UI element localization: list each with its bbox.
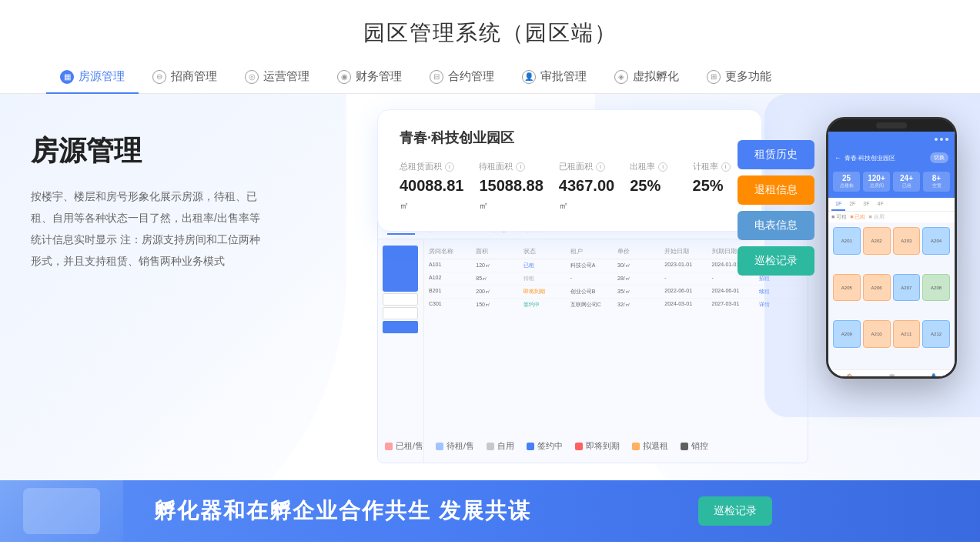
- nav-label-shenpi: 审批管理: [540, 69, 587, 84]
- phone-floor-tabs: 1F 2F 3F 4F: [828, 198, 955, 212]
- phone-room-a207[interactable]: A207: [893, 274, 921, 302]
- nav-item-yunying[interactable]: ◎ 运营管理: [231, 60, 323, 93]
- cell-tenant-1: 科技公司A: [570, 262, 614, 269]
- th-area: 面积: [476, 247, 520, 256]
- nav-icon-fangyan: ▦: [60, 70, 74, 84]
- legend-color-sale: [681, 443, 688, 450]
- cell-room-3: B201: [429, 288, 473, 296]
- cell-start-3: 2022-06-01: [664, 288, 708, 296]
- cell-price-3: 35/㎡: [617, 288, 661, 296]
- nav-label-xunifu: 虚拟孵化: [633, 69, 679, 84]
- info-icon-total-area: i: [445, 162, 454, 172]
- table-row: C301 150㎡ 签约中 互联网公司C 32/㎡ 2024-03-01 202…: [429, 299, 803, 311]
- stat-value-total-area: 40088.81㎡: [400, 177, 463, 212]
- rent-history-button[interactable]: 租赁历史: [738, 140, 814, 169]
- nav-icon-heyue: ⊟: [430, 70, 443, 84]
- legend-wait: 待租/售: [436, 440, 474, 452]
- phone-floor-tab-4[interactable]: 4F: [874, 198, 888, 211]
- info-icon-calc-rate: i: [721, 162, 731, 172]
- floor-white-1: [383, 293, 418, 306]
- cell-price-2: 28/㎡: [617, 275, 661, 282]
- phone-room-a206[interactable]: A206: [863, 274, 891, 302]
- info-icon-wait-area: i: [516, 162, 525, 172]
- quit-info-button[interactable]: 退租信息: [738, 175, 814, 205]
- stat-calc-rate: 计租率 i 25%: [693, 161, 740, 212]
- stat-label-wait-area: 待租面积 i: [479, 161, 543, 172]
- nav-icon-zhaoshang: ⊖: [152, 70, 166, 84]
- legend-color-expiring: [575, 443, 583, 450]
- cell-room-4: C301: [429, 301, 473, 309]
- patrol-record-button[interactable]: 巡检记录: [738, 246, 814, 276]
- phone-room-a212[interactable]: A212: [922, 320, 950, 348]
- cell-room-1: A101: [429, 262, 473, 269]
- phone-room-a205[interactable]: A205: [833, 274, 861, 302]
- cell-end-3: 2024-06-01: [712, 288, 756, 296]
- phone-bottom-nav-house[interactable]: 🏢房源: [871, 373, 913, 379]
- legend-color-rented: [385, 443, 393, 450]
- info-icon-rented-area: i: [596, 162, 605, 172]
- stat-label-total-area: 总租赁面积 i: [400, 161, 463, 172]
- th-price: 单价: [617, 247, 661, 256]
- phone-room-a203[interactable]: A203: [893, 227, 921, 255]
- nav-icon-xunifu: ◈: [614, 70, 628, 84]
- phone-floor-tab-1[interactable]: 1F: [831, 198, 845, 211]
- phone-legend-rented: ■ 已租: [850, 213, 865, 221]
- building-block-mixed: [383, 293, 419, 333]
- banner-action-button[interactable]: 巡检记录: [698, 496, 772, 526]
- phone-stat-num-vacant: 8+: [925, 174, 948, 182]
- th-room: 房间名称: [429, 247, 473, 256]
- legend-quit: 拟退租: [632, 440, 668, 452]
- phone-room-a210[interactable]: A210: [863, 320, 891, 348]
- legend-label-sale: 销控: [691, 440, 708, 452]
- legend-label-rented: 已租/售: [396, 440, 423, 452]
- nav-item-heyue[interactable]: ⊟ 合约管理: [416, 60, 508, 93]
- phone-switch-btn[interactable]: 切换: [930, 152, 948, 163]
- phone-stat-rented: 24+ 已租: [893, 172, 920, 192]
- building-block-blue: [383, 246, 418, 292]
- legend-sale: 销控: [681, 440, 708, 452]
- nav-item-gengduo[interactable]: ⊞ 更多功能: [693, 60, 785, 93]
- phone-stat-num-rooms: 120+: [865, 174, 888, 182]
- phone-battery-dot: [945, 138, 948, 141]
- phone-floor-tab-3[interactable]: 3F: [859, 198, 873, 211]
- cell-area-4: 150㎡: [476, 301, 520, 309]
- nav-item-caiwu[interactable]: ◉ 财务管理: [323, 60, 416, 93]
- banner-img-placeholder: [23, 488, 100, 534]
- phone-back-arrow[interactable]: ←: [835, 154, 841, 162]
- phone-stat-vacant: 8+ 空置: [923, 172, 950, 192]
- legend-self: 自用: [487, 440, 514, 452]
- cell-start-1: 2023-01-01: [664, 262, 708, 269]
- nav-label-gengduo: 更多功能: [725, 69, 771, 84]
- phone-room-a211[interactable]: A211: [893, 320, 921, 348]
- stat-rented-area: 已租面积 i 4367.00㎡: [559, 161, 614, 212]
- legend-rented: 已租/售: [385, 440, 423, 452]
- stat-value-rented-area: 4367.00㎡: [559, 177, 614, 212]
- phone-room-a201[interactable]: A201: [833, 227, 861, 255]
- phone-room-a209[interactable]: A209: [833, 320, 861, 348]
- phone-floor-tab-2[interactable]: 2F: [845, 198, 859, 211]
- nav-item-shenpi[interactable]: 👤 审批管理: [508, 60, 600, 93]
- phone-device-mockup: ← 青春·科技创业园区 切换 25 总楼栋 120+ 总房间 24+ 已租: [826, 117, 957, 379]
- floor-blue-1: [383, 321, 418, 333]
- cell-area-2: 85㎡: [476, 275, 520, 282]
- table-row: B201 200㎡ 即将到期 创业公司B 35/㎡ 2022-06-01 202…: [429, 286, 803, 299]
- meter-info-button[interactable]: 电表信息: [738, 211, 814, 240]
- cell-status-1: 已租: [523, 262, 567, 269]
- building-column: [378, 239, 424, 463]
- phone-stat-num-total: 25: [835, 174, 858, 182]
- phone-room-a202[interactable]: A202: [863, 227, 891, 255]
- nav-item-xunifu[interactable]: ◈ 虚拟孵化: [600, 60, 693, 93]
- nav-item-zhaoshang[interactable]: ⊖ 招商管理: [139, 60, 231, 93]
- phone-room-a208[interactable]: A208: [922, 274, 950, 302]
- stat-value-wait-area: 15088.88㎡: [479, 177, 543, 212]
- legend-label-expiring: 即将到期: [586, 440, 620, 452]
- phone-stat-label-total: 总楼栋: [835, 182, 858, 189]
- th-tenant: 租户: [570, 247, 614, 256]
- phone-stat-label-rented: 已租: [895, 182, 918, 189]
- cell-status-3: 即将到期: [523, 288, 567, 296]
- phone-room-a204[interactable]: A204: [922, 227, 950, 255]
- stat-label-rented-area: 已租面积 i: [559, 161, 614, 172]
- stat-label-rent-rate: 出租率 i: [630, 161, 677, 172]
- nav-item-fangyan[interactable]: ▦ 房源管理: [46, 60, 139, 93]
- cell-area-3: 200㎡: [476, 288, 520, 296]
